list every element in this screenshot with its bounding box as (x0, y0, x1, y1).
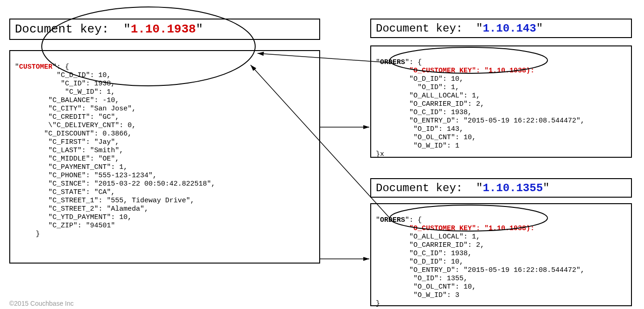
o2-carrier-id: 2 (476, 241, 480, 249)
customer-section-name: CUSTOMER (19, 63, 52, 71)
o1-entry-d: 2015-05-19 16:22:08.544472 (468, 117, 576, 125)
c-zip: 94501 (90, 222, 111, 230)
o1-id: 143 (447, 125, 459, 133)
footer-copyright: ©2015 Couchbase Inc (9, 300, 74, 307)
o2-id: 1355 (447, 275, 464, 283)
c-id: 1938 (94, 80, 111, 88)
order2-fk-line: "O_CUSTOMER_KEY": "1.10.1938): (409, 225, 535, 232)
customer-key-value: 1.10.1938 (131, 22, 196, 36)
order2-trailer: } (376, 300, 380, 308)
o1-all-local: 1 (472, 92, 476, 100)
o1-ol-cnt: 10 (464, 134, 472, 142)
c-d-id: 10 (98, 71, 107, 79)
o1-c-id: 1938 (451, 109, 468, 116)
o2-c-id: 1938 (451, 250, 468, 258)
order1-section-name: ORDERS (380, 58, 405, 66)
order1-trailer: }x (376, 150, 384, 158)
c-last: Smith (94, 147, 115, 154)
order1-key-value: 1.10.143 (483, 22, 536, 35)
o2-entry-d: 2015-05-19 16:22:08.544472 (468, 266, 576, 274)
o1-carrier-id: 2 (476, 100, 480, 108)
c-w-id: 1 (107, 88, 111, 96)
customer-key-label: Document key: (15, 22, 109, 36)
c-discount: 0.3866 (103, 130, 128, 138)
order2-section-name: ORDERS (380, 216, 405, 224)
o2-ol-cnt: 10 (464, 283, 472, 291)
order2-document: "ORDERS": { "O_CUSTOMER_KEY": "1.10.1938… (370, 203, 632, 306)
o1-w-id: 1 (455, 142, 459, 150)
c-ytd-payment: 10 (119, 213, 128, 221)
c-first: Jay (98, 138, 111, 146)
c-street-2: Alameda (111, 205, 140, 213)
order2-key-label: Document key: (376, 182, 463, 194)
order2-key-header: Document key: "1.10.1355" (370, 178, 632, 198)
order1-key-header: Document key: "1.10.143" (370, 19, 632, 38)
c-delivery-cnt: 0 (128, 122, 132, 129)
o1-d-id: 10 (451, 75, 459, 83)
order1-document: "ORDERS": { "O_CUSTOMER_KEY": "1.10.1938… (370, 45, 632, 158)
c-balance: -10 (103, 97, 115, 104)
o2-d-id: 10 (451, 258, 459, 266)
c-phone: 555-123-1234 (98, 172, 148, 180)
customer-key-header: Document key: "1.10.1938" (9, 19, 320, 40)
o2-all-local: 1 (472, 233, 476, 241)
order1-key-label: Document key: (376, 22, 463, 35)
customer-document: "CUSTOMER": { "C_D_ID": 10, "C_ID": 1938… (9, 50, 320, 264)
o1-id-inner: 1 (451, 84, 455, 91)
order2-key-value: 1.10.1355 (483, 182, 543, 194)
c-city: San Jose (94, 105, 128, 113)
c-since: 2015-03-22 00:50:42.822518 (98, 180, 207, 188)
c-payment-cnt: 1 (119, 163, 123, 171)
c-middle: OE (103, 155, 111, 163)
c-state: CA (98, 188, 107, 196)
c-credit: GC (103, 113, 111, 121)
o2-w-id: 3 (455, 291, 459, 299)
order1-fk-line: "O_CUSTOMER_KEY": "1.10.1938): (409, 67, 535, 75)
c-street-1: 555, Tideway Drive (111, 197, 186, 205)
